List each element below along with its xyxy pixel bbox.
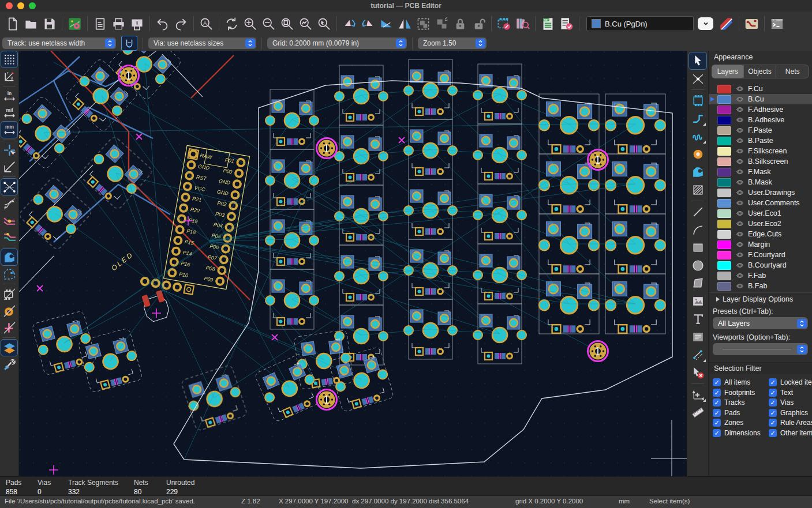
layer-row-b-cu[interactable]: B.Cu: [709, 94, 812, 104]
board-setup-button[interactable]: [66, 14, 84, 33]
filter-vias[interactable]: ✓Vias: [769, 398, 812, 407]
console-button[interactable]: [768, 14, 786, 33]
visibility-eye-icon[interactable]: [735, 168, 744, 176]
rotate-cw-button[interactable]: [359, 14, 377, 33]
print-button[interactable]: [110, 14, 128, 33]
layer-color-swatch[interactable]: [717, 199, 731, 208]
mirror-button[interactable]: [396, 14, 414, 33]
checkbox-checked-icon[interactable]: ✓: [769, 398, 777, 407]
filter-tracks[interactable]: ✓Tracks: [713, 398, 769, 407]
visibility-eye-icon[interactable]: [735, 199, 744, 208]
high-contrast-button[interactable]: [1, 340, 17, 356]
pcb-drawing[interactable]: RAW P01 GND P00 RST GND VCC GND P21 P02 …: [19, 51, 687, 477]
filter-pads[interactable]: ✓Pads: [713, 409, 769, 417]
zoom-selection-button[interactable]: [315, 14, 333, 33]
filter-zones[interactable]: ✓Zones: [713, 419, 769, 427]
layer-row-user-drawings[interactable]: User.Drawings: [709, 187, 812, 198]
sketch-tracks-button[interactable]: [1, 319, 17, 336]
checkbox-checked-icon[interactable]: ✓: [713, 409, 721, 417]
tab-nets[interactable]: Nets: [776, 65, 809, 78]
page-settings-button[interactable]: [91, 14, 109, 33]
visibility-eye-icon[interactable]: [735, 189, 744, 197]
viewports-select[interactable]: [713, 343, 808, 355]
layer-row-edge-cuts[interactable]: Edge.Cuts: [709, 229, 812, 239]
add-text-button[interactable]: [689, 311, 706, 328]
layer-row-b-silkscreen[interactable]: B.Silkscreen: [709, 156, 812, 167]
sketch-pads-button[interactable]: [1, 303, 17, 319]
unlock-button[interactable]: [470, 14, 488, 33]
layer-color-swatch[interactable]: [717, 251, 731, 259]
layer-color-swatch[interactable]: [717, 126, 731, 135]
visibility-eye-icon[interactable]: [735, 116, 744, 125]
layer-row-b-mask[interactable]: B.Mask: [709, 177, 812, 187]
filter-all-items[interactable]: ✓All items: [713, 378, 769, 386]
zoom-fit-button[interactable]: [278, 14, 296, 33]
ratsnest-curved-button[interactable]: [1, 195, 17, 212]
layer-row-f-adhesive[interactable]: F.Adhesive: [709, 104, 812, 115]
layer-row-b-adhesive[interactable]: B.Adhesive: [709, 115, 812, 125]
tab-objects[interactable]: Objects: [743, 65, 776, 78]
add-textbox-button[interactable]: [689, 329, 706, 345]
save-button[interactable]: [40, 14, 58, 33]
layer-color-swatch[interactable]: [717, 209, 731, 218]
undo-button[interactable]: [154, 14, 171, 33]
visibility-eye-icon[interactable]: [735, 147, 744, 156]
layer-color-swatch[interactable]: [717, 282, 731, 291]
visibility-eye-icon[interactable]: [735, 95, 744, 104]
filter-footprints[interactable]: ✓Footprints: [713, 389, 769, 397]
new-file-button[interactable]: [3, 14, 21, 33]
checkbox-checked-icon[interactable]: ✓: [769, 378, 777, 386]
visibility-eye-icon[interactable]: [735, 272, 744, 280]
layer-row-f-cu[interactable]: F.Cu: [709, 84, 812, 94]
add-dimension-button[interactable]: [689, 347, 706, 363]
visibility-eye-icon[interactable]: [735, 178, 744, 187]
filter-rule-areas[interactable]: ✓Rule Areas: [769, 419, 812, 427]
layer-row-f-silkscreen[interactable]: F.Silkscreen: [709, 146, 812, 156]
layer-color-swatch[interactable]: [717, 137, 731, 145]
checkbox-checked-icon[interactable]: ✓: [769, 419, 777, 427]
layer-color-swatch[interactable]: [717, 178, 731, 187]
layer-color-swatch[interactable]: [717, 106, 731, 114]
net-highlight-button[interactable]: [1, 212, 17, 228]
visibility-eye-icon[interactable]: [735, 85, 744, 93]
layer-row-b-courtyard[interactable]: B.Courtyard: [709, 260, 812, 270]
ringed-pad-1[interactable]: 1: [317, 138, 337, 159]
preferences-button[interactable]: [1, 356, 17, 372]
zoom-select[interactable]: Zoom 1.50: [418, 37, 487, 49]
presets-select[interactable]: All Layers: [713, 317, 808, 329]
layer-row-f-mask[interactable]: F.Mask: [709, 167, 812, 177]
layer-row-b-paste[interactable]: B.Paste: [709, 136, 812, 146]
plot-button[interactable]: [128, 14, 146, 33]
add-footprint-button[interactable]: [689, 92, 706, 109]
drc-button[interactable]: [557, 14, 575, 33]
lock-button[interactable]: [451, 14, 469, 33]
grid-origin-button[interactable]: [689, 386, 706, 403]
draw-circle-button[interactable]: [689, 257, 706, 274]
maximize-window-button[interactable]: [29, 2, 36, 9]
angle-mode-button[interactable]: [1, 159, 17, 175]
update-pcb-button[interactable]: NET: [539, 14, 557, 33]
visibility-eye-icon[interactable]: [735, 157, 744, 166]
draw-rectangle-button[interactable]: [689, 239, 706, 256]
grid-dots-button[interactable]: [1, 51, 17, 67]
checkbox-checked-icon[interactable]: ✓: [769, 429, 777, 437]
filter-other-items[interactable]: ✓Other items: [769, 429, 812, 437]
track-width-select[interactable]: Track: use netclass width: [2, 37, 116, 49]
layer-color-swatch[interactable]: [717, 116, 731, 125]
layer-row-f-paste[interactable]: F.Paste: [709, 125, 812, 136]
cursor-shape-button[interactable]: [1, 142, 17, 158]
visibility-eye-icon[interactable]: [735, 240, 744, 249]
layer-manager-button[interactable]: [717, 14, 735, 33]
filter-text[interactable]: ✓Text: [769, 389, 812, 397]
sketch-footprints-button[interactable]: [1, 286, 17, 302]
track-width-indicator-button[interactable]: [121, 36, 137, 51]
filter-locked-items[interactable]: ✓Locked items: [769, 378, 812, 386]
visibility-eye-icon[interactable]: [735, 126, 744, 135]
visibility-eye-icon[interactable]: [735, 220, 744, 228]
add-zone-button[interactable]: [689, 164, 706, 180]
checkbox-checked-icon[interactable]: ✓: [713, 429, 721, 437]
ringed-pad-1[interactable]: 1: [588, 150, 608, 170]
checkbox-checked-icon[interactable]: ✓: [769, 389, 777, 397]
checkbox-checked-icon[interactable]: ✓: [713, 419, 721, 427]
layer-color-swatch[interactable]: [717, 95, 731, 104]
